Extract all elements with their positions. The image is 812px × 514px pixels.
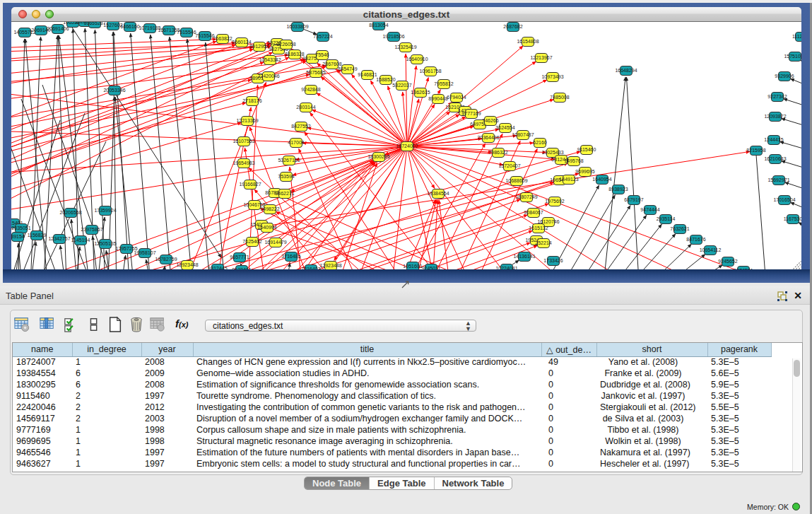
svg-text:10961758: 10961758: [419, 69, 441, 74]
svg-text:1362615: 1362615: [411, 90, 430, 95]
svg-text:9245652: 9245652: [718, 259, 737, 264]
svg-text:6794024: 6794024: [447, 95, 466, 100]
svg-text:8912954: 8912954: [249, 44, 269, 49]
svg-text:75546: 75546: [315, 52, 329, 57]
svg-text:16640910: 16640910: [406, 57, 428, 62]
svg-text:9657771: 9657771: [230, 255, 249, 259]
svg-text:7986322: 7986322: [488, 150, 507, 155]
svg-text:12325419: 12325419: [394, 45, 416, 49]
svg-text:1640954: 1640954: [592, 177, 611, 182]
svg-text:18300295: 18300295: [367, 154, 389, 159]
svg-text:18724007: 18724007: [396, 144, 418, 148]
svg-text:8813054: 8813054: [369, 23, 388, 28]
svg-text:10807487: 10807487: [512, 132, 534, 137]
svg-text:6879197: 6879197: [624, 197, 643, 202]
svg-text:3624554: 3624554: [495, 125, 514, 130]
svg-text:9242848: 9242848: [301, 87, 320, 92]
svg-text:15720407: 15720407: [498, 163, 520, 168]
svg-text:9699695: 9699695: [575, 169, 594, 174]
svg-text:7485008: 7485008: [550, 95, 569, 100]
svg-text:16782759: 16782759: [155, 257, 177, 262]
svg-text:8471676: 8471676: [686, 237, 705, 242]
svg-text:17016504: 17016504: [773, 197, 795, 202]
svg-text:19654983: 19654983: [233, 160, 254, 165]
svg-text:1167530: 1167530: [784, 216, 801, 221]
svg-text:9115460: 9115460: [577, 147, 596, 152]
svg-text:2867608: 2867608: [322, 62, 341, 66]
svg-text:7515546: 7515546: [177, 30, 196, 35]
svg-text:14136141: 14136141: [513, 254, 535, 259]
svg-text:1156829: 1156829: [28, 233, 47, 238]
svg-text:9084067: 9084067: [524, 210, 543, 215]
svg-text:753594: 753594: [278, 174, 294, 179]
svg-text:8427552: 8427552: [291, 124, 310, 129]
svg-text:10025433: 10025433: [541, 150, 563, 155]
svg-text:17359924: 17359924: [94, 208, 116, 213]
svg-text:9227342: 9227342: [767, 94, 787, 99]
svg-text:16154808: 16154808: [517, 39, 539, 44]
svg-text:12923448: 12923448: [319, 263, 341, 268]
svg-text:252214: 252214: [535, 240, 551, 245]
svg-text:1733426: 1733426: [543, 258, 563, 263]
svg-text:1615132: 1615132: [529, 226, 548, 230]
svg-text:8990448: 8990448: [428, 96, 447, 101]
svg-text:15751074: 15751074: [784, 54, 801, 59]
svg-text:7357224: 7357224: [313, 34, 332, 39]
svg-text:12923448: 12923448: [176, 262, 198, 267]
svg-text:19166827: 19166827: [239, 182, 261, 187]
svg-text:62160: 62160: [533, 140, 547, 145]
svg-text:7632621: 7632621: [670, 226, 689, 231]
svg-text:3716485: 3716485: [281, 254, 300, 259]
svg-text:5875685: 5875685: [306, 70, 325, 75]
svg-text:1540994: 1540994: [257, 225, 276, 230]
svg-text:8215958: 8215958: [746, 148, 765, 153]
svg-text:2803144: 2803144: [296, 105, 315, 110]
svg-text:7515546: 7515546: [195, 33, 214, 38]
svg-text:1244415: 1244415: [764, 137, 783, 142]
svg-text:2718176: 2718176: [242, 98, 261, 103]
svg-text:8454749: 8454749: [338, 66, 357, 71]
svg-text:1051601: 1051601: [403, 264, 422, 269]
svg-text:9498222: 9498222: [260, 206, 279, 211]
svg-text:18807249: 18807249: [515, 194, 537, 199]
svg-text:9329906: 9329906: [775, 74, 794, 78]
svg-text:6466160: 6466160: [120, 24, 139, 29]
svg-text:16914479: 16914479: [264, 240, 286, 245]
svg-text:53267130: 53267130: [278, 158, 300, 163]
svg-text:16648294: 16648294: [615, 68, 637, 73]
svg-text:1145194: 1145194: [71, 238, 90, 243]
svg-text:1588520: 1588520: [376, 77, 395, 82]
svg-text:9462271: 9462271: [275, 191, 294, 196]
svg-text:7955812: 7955812: [434, 81, 453, 86]
svg-text:10973493: 10973493: [541, 74, 563, 79]
svg-text:7216403: 7216403: [301, 267, 320, 269]
svg-text:19958107: 19958107: [134, 250, 155, 255]
svg-text:8123401: 8123401: [232, 267, 251, 269]
svg-text:2335051: 2335051: [11, 226, 30, 230]
svg-text:9146821: 9146821: [358, 72, 377, 77]
svg-text:16033809: 16033809: [286, 24, 308, 29]
svg-text:10688609: 10688609: [505, 178, 527, 183]
svg-text:15692971: 15692971: [767, 177, 789, 182]
svg-text:20053346: 20053346: [103, 88, 125, 93]
svg-text:10655287: 10655287: [83, 22, 105, 25]
svg-text:2687682: 2687682: [503, 24, 522, 29]
svg-text:12213967: 12213967: [530, 55, 552, 60]
svg-text:23975867: 23975867: [81, 227, 102, 232]
svg-text:19218506: 19218506: [382, 34, 404, 39]
svg-text:22420046: 22420046: [257, 74, 279, 78]
svg-text:12342757: 12342757: [48, 236, 70, 241]
svg-text:1112404: 1112404: [792, 34, 801, 39]
svg-text:12505135: 12505135: [94, 241, 116, 246]
svg-text:39154: 39154: [11, 234, 25, 239]
svg-text:12213369: 12213369: [236, 118, 258, 123]
svg-text:20691406: 20691406: [47, 26, 69, 31]
svg-text:16210643: 16210643: [764, 156, 786, 161]
svg-text:1449123: 1449123: [559, 177, 578, 182]
svg-text:417004: 417004: [288, 140, 304, 145]
svg-text:7625402: 7625402: [242, 239, 261, 244]
svg-text:1975692: 1975692: [545, 199, 564, 204]
svg-text:5322037: 5322037: [392, 83, 411, 88]
svg-text:10224041: 10224041: [495, 266, 517, 269]
svg-text:20364436: 20364436: [477, 135, 499, 140]
